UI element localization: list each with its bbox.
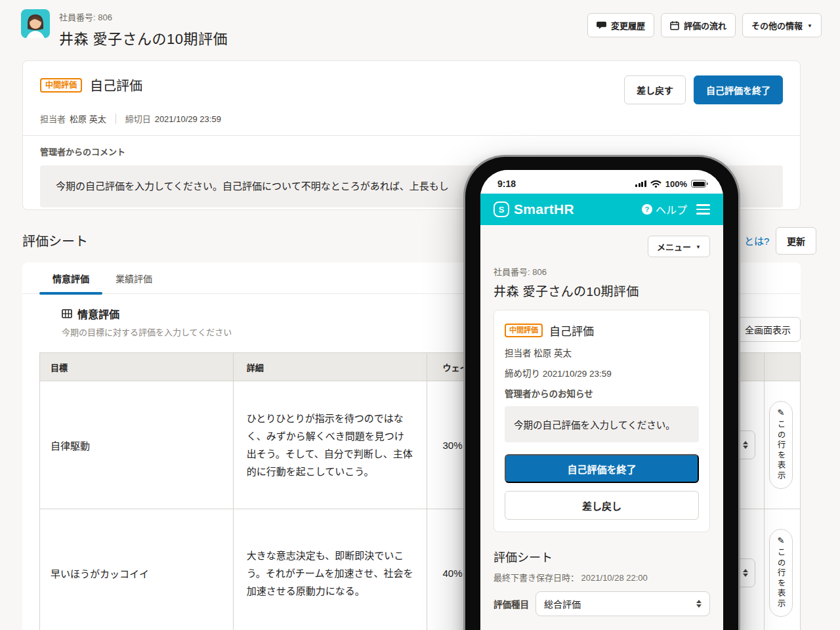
phone-category-select[interactable]: 総合評価 (536, 591, 710, 616)
phone-reject-button[interactable]: 差し戻し (505, 491, 699, 520)
phone-employee-number: 社員番号: 806 (494, 265, 710, 278)
phone-status-bar: 9:18 100% (480, 170, 723, 194)
phone-interim-badge: 中間評価 (505, 324, 543, 337)
wifi-icon (650, 180, 662, 188)
phone-bezel: 9:18 100% S Smart (465, 157, 738, 630)
phone-notice-heading: 管理者からのお知らせ (505, 387, 699, 400)
assignee-label: 担当者 (40, 114, 66, 124)
change-history-label: 変更履歴 (611, 19, 645, 32)
phone-screen: 9:18 100% S Smart (480, 170, 723, 630)
card-divider (23, 135, 800, 136)
card-title: 自己評価 (90, 75, 142, 94)
header-actions: 変更履歴 評価の流れ その他の情報 ▼ (587, 13, 822, 37)
goal-cell: 自律駆動 (40, 381, 234, 509)
show-row-button[interactable]: ✎ この行を表示 (769, 401, 793, 489)
phone-menu-label: メニュー (657, 240, 691, 253)
header-identity: 社員番号: 806 井森 愛子さんの10期評価 (21, 9, 228, 48)
select-stepper-icon (743, 569, 748, 577)
show-row-button[interactable]: ✎ この行を表示 (769, 529, 793, 617)
change-history-button[interactable]: 変更履歴 (587, 13, 654, 37)
goal-cell: 早いほうがカッコイイ (40, 509, 234, 630)
assignee-name: 松原 英太 (70, 114, 106, 124)
select-stepper-icon (743, 441, 748, 449)
reject-button[interactable]: 差し戻す (624, 75, 686, 104)
meta-divider (116, 114, 116, 124)
other-info-label: その他の情報 (751, 19, 803, 32)
employee-avatar (21, 9, 50, 38)
evaluation-flow-label: 評価の流れ (684, 19, 726, 32)
page-header: 社員番号: 806 井森 愛子さんの10期評価 変更履歴 評価の流れ その他の情… (21, 9, 822, 48)
hamburger-menu-icon[interactable] (696, 204, 710, 215)
interim-evaluation-badge: 中間評価 (40, 78, 82, 93)
tab-performance-evaluation[interactable]: 業績評価 (102, 262, 165, 293)
select-stepper-icon (696, 600, 702, 608)
header-text: 社員番号: 806 井森 愛子さんの10期評価 (59, 9, 228, 48)
help-button[interactable]: ? ヘルプ (642, 201, 687, 217)
show-row-label: この行を表示 (775, 548, 788, 609)
phone-card-title: 自己評価 (549, 322, 594, 339)
smarthr-logo-word: SmartHR (514, 201, 574, 217)
caret-down-icon: ▼ (807, 23, 812, 29)
deadline-value: 2021/10/29 23:59 (155, 114, 221, 124)
smarthr-evaluation-page: 社員番号: 806 井森 愛子さんの10期評価 変更履歴 評価の流れ その他の情… (0, 0, 840, 630)
calendar-icon (670, 21, 679, 30)
smarthr-logo-icon: S (494, 201, 509, 217)
finish-self-evaluation-button[interactable]: 自己評価を終了 (694, 75, 783, 104)
battery-percent: 100% (665, 179, 687, 189)
deadline-label: 締切日 (125, 114, 151, 124)
caret-down-icon: ▼ (696, 244, 701, 250)
detail-cell: 大きな意志決定も、即断即決でいこう。それがチームを加速させ、社会を加速させる原動… (234, 509, 427, 630)
page-title: 井森 愛子さんの10期評価 (59, 27, 228, 48)
card-title-group: 中間評価 自己評価 (40, 75, 142, 94)
status-time: 9:18 (497, 178, 516, 189)
question-icon: ? (642, 204, 652, 215)
sheet-heading: 評価シート (22, 231, 88, 250)
other-info-button[interactable]: その他の情報 ▼ (742, 13, 822, 37)
smarthr-logo: S SmartHR (494, 201, 574, 217)
pencil-icon: ✎ (778, 536, 785, 545)
column-header-goal: 目標 (40, 353, 234, 381)
phone-finish-button[interactable]: 自己評価を終了 (505, 454, 699, 483)
fullscreen-button[interactable]: 全画面表示 (735, 317, 801, 342)
detail-cell: ひとりひとりが指示を待つのではなく、みずから解くべき問題を見つけ出そう。そして、… (234, 381, 427, 509)
tab-attitude-evaluation[interactable]: 情意評価 (39, 262, 102, 293)
show-row-label: この行を表示 (775, 420, 788, 481)
section-title: 情意評価 (77, 306, 119, 322)
table-grid-icon (62, 309, 72, 318)
cellular-signal-icon (635, 180, 646, 187)
sheet-help-link[interactable]: とは? (744, 234, 769, 247)
phone-sheet-heading: 評価シート (494, 548, 710, 565)
phone-menu-button[interactable]: メニュー ▼ (648, 236, 710, 257)
phone-deadline-line: 締め切り 2021/10/29 23:59 (505, 366, 699, 379)
evaluation-flow-button[interactable]: 評価の流れ (661, 13, 736, 37)
section-header: 情意評価 (62, 306, 119, 322)
phone-page-title: 井森 愛子さんの10期評価 (494, 282, 710, 299)
column-header-action (765, 353, 800, 381)
phone-assignee-line: 担当者 松原 英太 (505, 346, 699, 359)
phone-evaluation-card: 中間評価 自己評価 担当者 松原 英太 締め切り 2021/10/29 23:5… (494, 310, 710, 532)
employee-number: 社員番号: 806 (59, 10, 228, 23)
phone-content: メニュー ▼ 社員番号: 806 井森 愛子さんの10期評価 中間評価 自己評価… (480, 225, 723, 630)
card-meta: 担当者松原 英太 締切日2021/10/29 23:59 (40, 112, 783, 125)
refresh-button[interactable]: 更新 (776, 227, 816, 255)
smarthr-app-bar: S SmartHR ? ヘルプ (480, 194, 723, 225)
phone-category-row: 評価種目 総合評価 (494, 591, 710, 616)
section-subtitle: 今期の目標に対する評価を入力してください (62, 326, 232, 338)
phone-saved-line: 最終下書き保存日時： 2021/10/28 22:00 (494, 571, 710, 583)
card-actions: 差し戻す 自己評価を終了 (624, 75, 783, 104)
phone-mockup: 9:18 100% S Smart (463, 155, 740, 630)
pencil-icon: ✎ (778, 408, 785, 417)
battery-icon (691, 180, 706, 188)
phone-notice-box: 今期の自己評価を入力してください。 (505, 406, 699, 442)
phone-category-label: 評価種目 (494, 597, 529, 610)
help-label: ヘルプ (656, 201, 687, 217)
speech-bubble-icon (597, 21, 606, 30)
column-header-detail: 詳細 (234, 353, 427, 381)
phone-category-value: 総合評価 (544, 597, 581, 610)
